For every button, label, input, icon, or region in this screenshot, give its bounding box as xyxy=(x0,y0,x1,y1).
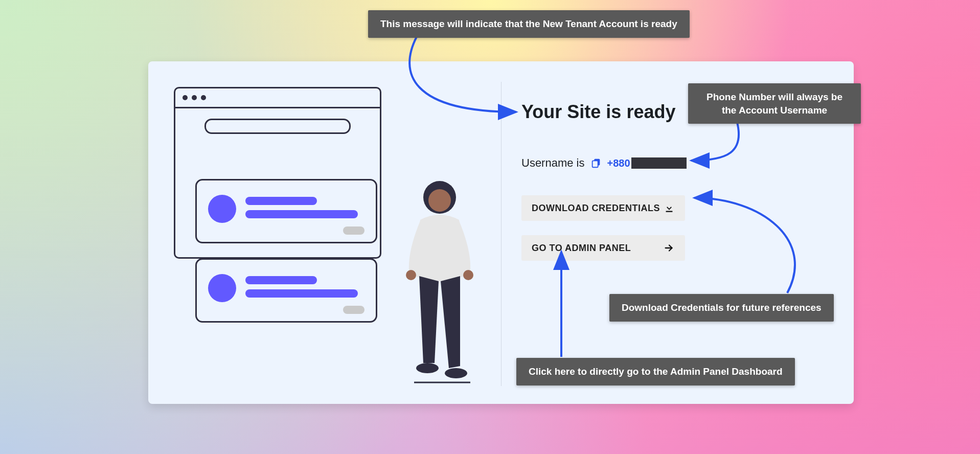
right-panel: Your Site is ready Username is +880 DOWN… xyxy=(521,101,828,261)
username-prefix: +880 xyxy=(607,157,630,169)
card-divider xyxy=(501,82,502,386)
window-dot-icon xyxy=(192,95,197,100)
copy-icon[interactable] xyxy=(590,157,602,169)
placeholder-line xyxy=(245,289,358,298)
content-tile xyxy=(195,179,377,243)
illustration xyxy=(174,87,481,373)
person-icon xyxy=(399,179,481,386)
svg-point-5 xyxy=(445,368,467,378)
placeholder-pill xyxy=(343,226,364,235)
browser-url-bar xyxy=(204,119,351,134)
download-credentials-button[interactable]: DOWNLOAD CREDENTIALS xyxy=(521,195,685,221)
arrow-right-icon xyxy=(664,242,675,254)
callout-admin: Click here to directly go to the Admin P… xyxy=(516,358,795,385)
stage: This message will indicate that the New … xyxy=(0,0,980,454)
window-dot-icon xyxy=(201,95,206,100)
avatar-icon xyxy=(208,195,236,223)
download-icon xyxy=(664,202,675,214)
placeholder-line xyxy=(245,210,358,218)
go-to-admin-label: GO TO ADMIN PANEL xyxy=(532,243,631,254)
content-tile xyxy=(195,258,377,323)
go-to-admin-button[interactable]: GO TO ADMIN PANEL xyxy=(521,235,685,261)
download-credentials-label: DOWNLOAD CREDENTIALS xyxy=(532,203,660,214)
callout-download-text: Download Credentials for future referenc… xyxy=(622,302,822,313)
username-label: Username is xyxy=(521,156,584,170)
window-dot-icon xyxy=(183,95,188,100)
browser-titlebar xyxy=(175,88,380,108)
callout-phone-text: Phone Number will always be the Account … xyxy=(706,92,842,116)
svg-point-2 xyxy=(406,270,416,280)
callout-phone: Phone Number will always be the Account … xyxy=(688,83,861,124)
person-illustration xyxy=(399,179,481,386)
svg-point-1 xyxy=(428,189,451,212)
svg-point-3 xyxy=(463,270,473,280)
placeholder-line xyxy=(245,276,317,284)
placeholder-line xyxy=(245,197,317,205)
callout-ready-text: This message will indicate that the New … xyxy=(380,18,677,29)
svg-rect-9 xyxy=(666,211,673,212)
svg-rect-8 xyxy=(592,161,598,167)
placeholder-pill xyxy=(343,306,364,314)
username-redacted xyxy=(631,157,687,169)
avatar-icon xyxy=(208,274,236,302)
callout-ready: This message will indicate that the New … xyxy=(368,10,690,38)
svg-point-4 xyxy=(416,363,439,373)
username-row: Username is +880 xyxy=(521,156,828,170)
callout-download: Download Credentials for future referenc… xyxy=(609,294,834,322)
callout-admin-text: Click here to directly go to the Admin P… xyxy=(529,366,783,377)
